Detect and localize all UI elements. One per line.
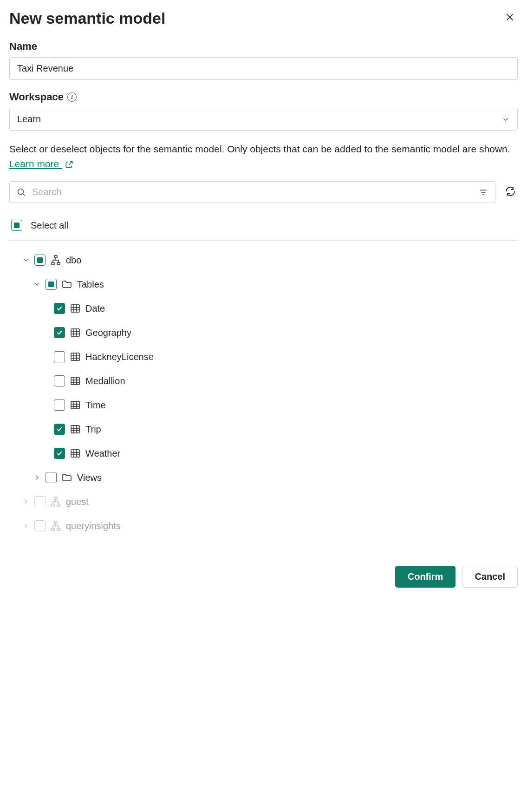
workspace-select[interactable]: Learn xyxy=(9,108,518,131)
svg-rect-11 xyxy=(54,497,57,499)
tree-node-table[interactable]: Time xyxy=(9,393,518,417)
tree-node-guest[interactable]: guest xyxy=(9,490,518,514)
table-icon xyxy=(70,424,81,435)
folder-icon xyxy=(61,279,72,290)
svg-point-0 xyxy=(18,189,24,194)
svg-rect-15 xyxy=(52,528,54,530)
svg-rect-9 xyxy=(71,426,79,433)
checkbox-views[interactable] xyxy=(46,472,57,483)
chevron-right-icon[interactable] xyxy=(33,474,41,481)
learn-more-link[interactable]: Learn more xyxy=(9,158,62,169)
svg-rect-6 xyxy=(71,353,79,360)
refresh-button[interactable] xyxy=(503,184,518,200)
tree-node-queryinsights[interactable]: queryinsights xyxy=(9,514,518,538)
confirm-button[interactable]: Confirm xyxy=(395,566,456,588)
close-button[interactable] xyxy=(502,9,518,26)
workspace-label: Workspace xyxy=(9,91,64,103)
svg-rect-7 xyxy=(71,377,79,385)
svg-rect-10 xyxy=(71,450,79,457)
svg-rect-1 xyxy=(54,255,57,258)
close-icon xyxy=(505,12,515,22)
tree-label: Geography xyxy=(85,327,131,338)
checkbox-table[interactable] xyxy=(54,351,65,362)
tree-node-table[interactable]: Geography xyxy=(9,321,518,345)
tree-node-dbo[interactable]: dbo xyxy=(9,248,518,272)
table-icon xyxy=(70,327,81,338)
name-input[interactable] xyxy=(9,57,518,80)
tree-label: queryinsights xyxy=(66,521,121,531)
search-input[interactable] xyxy=(31,186,474,198)
table-icon xyxy=(70,351,81,362)
table-icon xyxy=(70,303,81,314)
tree-label: HackneyLicense xyxy=(85,352,154,362)
svg-rect-4 xyxy=(71,305,79,312)
schema-icon xyxy=(50,255,61,266)
checkbox-table[interactable] xyxy=(54,375,65,386)
workspace-value: Learn xyxy=(17,114,41,124)
external-link-icon xyxy=(65,160,74,169)
chevron-right-icon[interactable] xyxy=(22,522,30,530)
svg-rect-2 xyxy=(52,262,54,265)
tree-node-table[interactable]: Weather xyxy=(9,441,518,465)
svg-rect-16 xyxy=(57,528,60,530)
cancel-button[interactable]: Cancel xyxy=(462,566,518,588)
chevron-down-icon[interactable] xyxy=(22,256,30,264)
select-all-label: Select all xyxy=(31,220,68,231)
tree-label: guest xyxy=(66,497,89,507)
tree-label: Trip xyxy=(85,424,101,435)
search-box[interactable] xyxy=(9,181,495,203)
table-icon xyxy=(70,399,81,411)
chevron-down-icon[interactable] xyxy=(33,281,41,288)
folder-icon xyxy=(61,472,72,483)
svg-rect-8 xyxy=(71,401,79,409)
chevron-right-icon[interactable] xyxy=(22,498,30,505)
schema-icon xyxy=(50,520,61,531)
tree-node-table[interactable]: Medallion xyxy=(9,369,518,393)
dialog-title: New semantic model xyxy=(9,9,165,27)
table-icon xyxy=(70,448,81,459)
checkbox-dbo[interactable] xyxy=(34,255,46,266)
search-icon xyxy=(16,187,26,197)
svg-rect-14 xyxy=(54,521,57,524)
checkbox-table[interactable] xyxy=(54,424,65,435)
checkbox-table[interactable] xyxy=(54,303,65,314)
checkbox-table[interactable] xyxy=(54,399,65,411)
checkbox-table[interactable] xyxy=(54,448,65,459)
tree-label: Medallion xyxy=(85,376,125,386)
schema-icon xyxy=(50,496,61,507)
tree-node-tables[interactable]: Tables xyxy=(9,272,518,296)
tree-label: Date xyxy=(85,303,105,314)
svg-rect-3 xyxy=(57,262,60,265)
checkbox-queryinsights[interactable] xyxy=(34,520,46,531)
refresh-icon xyxy=(505,186,516,197)
tree-label: Time xyxy=(85,400,106,411)
svg-rect-5 xyxy=(71,329,79,336)
tree-node-views[interactable]: Views xyxy=(9,465,518,490)
tree-node-table[interactable]: HackneyLicense xyxy=(9,345,518,369)
svg-rect-12 xyxy=(52,504,54,506)
description-text: Select or deselect objects for the seman… xyxy=(9,142,518,171)
chevron-down-icon xyxy=(501,115,510,124)
select-all-checkbox[interactable] xyxy=(11,220,22,231)
checkbox-tables[interactable] xyxy=(46,279,57,290)
svg-rect-13 xyxy=(57,504,60,506)
tree-label: Views xyxy=(77,472,102,483)
info-icon[interactable]: i xyxy=(67,92,77,102)
table-icon xyxy=(70,375,81,386)
checkbox-table[interactable] xyxy=(54,327,65,338)
tree-label: Tables xyxy=(77,279,104,290)
name-label: Name xyxy=(9,40,518,52)
tree-node-table[interactable]: Trip xyxy=(9,417,518,441)
filter-icon[interactable] xyxy=(478,187,488,197)
checkbox-guest[interactable] xyxy=(34,496,46,507)
tree-node-table[interactable]: Date xyxy=(9,296,518,321)
tree-label: Weather xyxy=(85,448,120,459)
tree-label: dbo xyxy=(66,255,81,266)
